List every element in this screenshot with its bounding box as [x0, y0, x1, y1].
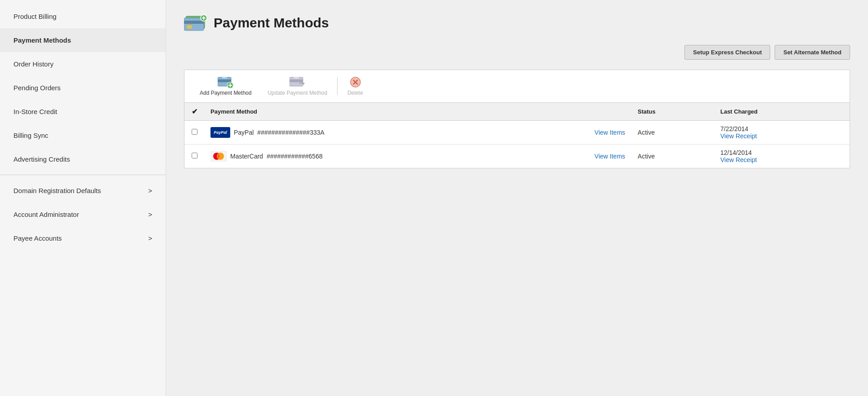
- add-payment-method-button[interactable]: VISA Add Payment Method: [192, 75, 259, 98]
- sidebar-item-order-history[interactable]: Order History: [0, 52, 166, 76]
- payment-panel: VISA Add Payment Method VISA Updat: [184, 70, 850, 168]
- page-title: Payment Methods: [214, 15, 329, 31]
- payment-table: ✔ Payment Method Status Last Charged: [184, 103, 850, 168]
- setup-express-checkout-button[interactable]: Setup Express Checkout: [684, 45, 770, 60]
- svg-text:VISA: VISA: [294, 76, 299, 79]
- sidebar-item-domain-registration[interactable]: Domain Registration Defaults >: [0, 179, 166, 202]
- column-header-last-charged: Last Charged: [714, 103, 850, 121]
- mastercard-status: Active: [631, 145, 714, 168]
- view-receipt-link-mastercard[interactable]: View Receipt: [720, 156, 843, 163]
- main-content: Payment Methods Setup Express Checkout S…: [166, 0, 868, 396]
- set-alternate-method-button[interactable]: Set Alternate Method: [775, 45, 850, 60]
- view-items-link-mastercard[interactable]: View Items: [595, 153, 625, 160]
- action-buttons-row: Setup Express Checkout Set Alternate Met…: [184, 45, 850, 60]
- paypal-method-cell: PayPal PayPal ###############333A View I…: [204, 121, 631, 145]
- view-items-link-paypal[interactable]: View Items: [595, 129, 625, 136]
- payment-methods-icon: [184, 13, 207, 32]
- checkbox-mastercard[interactable]: [192, 153, 197, 158]
- toolbar: VISA Add Payment Method VISA Updat: [184, 70, 850, 103]
- sidebar-item-payee-accounts[interactable]: Payee Accounts >: [0, 226, 166, 250]
- sidebar-item-payment-methods[interactable]: Payment Methods: [0, 28, 166, 52]
- svg-rect-9: [218, 79, 231, 82]
- chevron-right-icon: >: [148, 234, 152, 242]
- table-row: MasterCard ############6568 View Items A…: [184, 145, 850, 168]
- svg-rect-3: [184, 21, 204, 24]
- paypal-status: Active: [631, 121, 714, 145]
- sidebar-item-product-billing[interactable]: Product Billing: [0, 4, 166, 28]
- chevron-right-icon: >: [148, 187, 152, 194]
- paypal-last-charged: 7/22/2014 View Receipt: [714, 121, 850, 145]
- column-header-payment-method: Payment Method: [204, 103, 631, 121]
- chevron-right-icon: >: [148, 211, 152, 218]
- page-header: Payment Methods: [184, 13, 850, 32]
- view-receipt-link-paypal[interactable]: View Receipt: [720, 132, 843, 140]
- row-checkbox-paypal[interactable]: [184, 121, 204, 145]
- delete-button[interactable]: Delete: [339, 75, 371, 98]
- svg-rect-15: [289, 79, 303, 82]
- column-header-status: Status: [631, 103, 714, 121]
- mastercard-last-charged: 12/14/2014 View Receipt: [714, 145, 850, 168]
- paypal-icon: PayPal: [210, 127, 230, 138]
- sidebar-item-billing-sync[interactable]: Billing Sync: [0, 123, 166, 147]
- table-row: PayPal PayPal ###############333A View I…: [184, 121, 850, 145]
- row-checkbox-mastercard[interactable]: [184, 145, 204, 168]
- table-header-row: ✔ Payment Method Status Last Charged: [184, 103, 850, 121]
- sidebar-item-account-administrator[interactable]: Account Administrator >: [0, 202, 166, 226]
- sidebar: Product Billing Payment Methods Order Hi…: [0, 0, 166, 396]
- svg-rect-4: [187, 25, 192, 29]
- mastercard-method-cell: MasterCard ############6568 View Items: [204, 145, 631, 168]
- update-payment-method-button[interactable]: VISA Update Payment Method: [259, 75, 335, 98]
- sidebar-item-advertising-credits[interactable]: Advertising Credits: [0, 147, 166, 171]
- svg-text:VISA: VISA: [222, 76, 227, 79]
- sidebar-item-in-store-credit[interactable]: In-Store Credit: [0, 100, 166, 123]
- sidebar-item-pending-orders[interactable]: Pending Orders: [0, 76, 166, 100]
- toolbar-divider: [337, 77, 338, 95]
- sidebar-divider: [0, 175, 166, 175]
- mastercard-icon: [210, 151, 227, 162]
- checkbox-paypal[interactable]: [192, 129, 197, 135]
- column-header-checkbox: ✔: [184, 103, 204, 121]
- checkmark-icon: ✔: [192, 108, 197, 115]
